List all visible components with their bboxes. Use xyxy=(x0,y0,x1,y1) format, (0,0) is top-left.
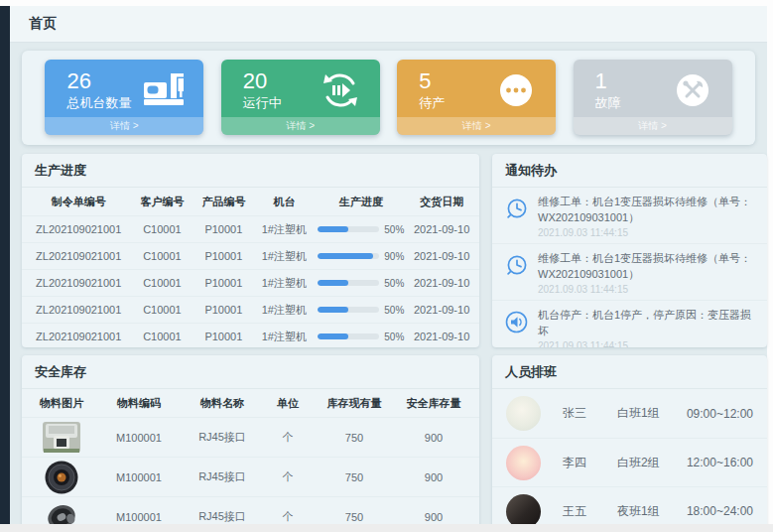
tab-bar: 首页 xyxy=(10,6,767,43)
safety-stock-panel: 安全库存 物料图片 物料编码 物料名称 单位 库存现有量 安全库存量 xyxy=(22,355,479,532)
rj45-connector-image xyxy=(26,421,97,454)
production-row[interactable]: ZL202109021001 C10001 P10001 1#注塑机 50% 2… xyxy=(22,269,479,296)
standby-icon xyxy=(494,70,538,110)
running-icon xyxy=(319,70,362,110)
fault-value: 1 xyxy=(595,68,621,93)
standby-label: 待产 xyxy=(419,94,445,112)
collapsed-sidebar xyxy=(0,6,10,524)
window-bottom-edge xyxy=(0,524,773,532)
round-speaker-image xyxy=(26,460,97,495)
notice-time: 2021.09.03 11:44:15 xyxy=(538,227,755,238)
notice-text: 机台停产：机台1停产，停产原因：变压器损坏 xyxy=(538,308,755,339)
running-detail-link[interactable]: 详情 > xyxy=(221,117,380,135)
speaker-icon xyxy=(504,310,529,334)
progress-bar: 50% xyxy=(314,224,408,235)
person-name: 李四 xyxy=(563,455,617,471)
progress-bar: 50% xyxy=(314,305,408,316)
notice-item[interactable]: 机台停产：机台1停产，停产原因：变压器损坏 2021.09.03 11:44:1… xyxy=(492,300,767,347)
production-row[interactable]: ZL202109021001 C10001 P10001 1#注塑机 50% 2… xyxy=(22,215,479,242)
app-area: 首页 26 总机台数量 xyxy=(10,6,767,524)
card-standby[interactable]: 5 待产 详情 > xyxy=(397,60,556,135)
total-machines-value: 26 xyxy=(66,68,131,93)
production-progress-title: 生产进度 xyxy=(22,154,479,188)
person-shift: 白班1组 xyxy=(617,405,687,422)
card-running[interactable]: 20 运行中 xyxy=(221,60,380,135)
production-table: 制令单编号 客户编号 产品编号 机台 生产进度 交货日期 ZL202109021… xyxy=(22,188,479,347)
machine-icon xyxy=(142,70,186,110)
avatar xyxy=(506,396,541,431)
production-row[interactable]: ZL202109021001 C10001 P10001 1#注塑机 50% 2… xyxy=(22,296,479,323)
notice-text: 维修工单：机台1变压器损坏待维修（单号：WX202109031001） xyxy=(538,195,755,226)
person-shift: 白班2组 xyxy=(617,455,687,471)
person-time: 18:00~24:00 xyxy=(687,504,753,518)
main-content: 26 总机台数量 xyxy=(10,43,767,532)
safety-stock-title: 安全库存 xyxy=(22,355,479,389)
progress-bar: 50% xyxy=(314,278,408,289)
safety-stock-table-header: 物料图片 物料编码 物料名称 单位 库存现有量 安全库存量 xyxy=(22,389,479,417)
person-shift: 夜班1组 xyxy=(617,503,687,520)
total-machines-detail-link[interactable]: 详情 > xyxy=(45,117,203,135)
schedule-row[interactable]: 李四 白班2组 12:00~16:00 xyxy=(492,438,767,486)
fault-detail-link[interactable]: 详情 > xyxy=(574,117,732,135)
card-total-machines[interactable]: 26 总机台数量 xyxy=(45,60,203,135)
avatar xyxy=(506,446,541,480)
production-row[interactable]: ZL202109021001 C10001 P10001 1#注塑机 50% 2… xyxy=(22,323,479,347)
notice-text: 维修工单：机台1变压器损坏待维修（单号：WX202109031001） xyxy=(538,251,755,283)
production-table-header: 制令单编号 客户编号 产品编号 机台 生产进度 交货日期 xyxy=(22,188,479,215)
inventory-row[interactable]: M100001 RJ45接口 个 750 900 xyxy=(22,457,479,496)
notice-time: 2021.09.03 11:44:15 xyxy=(538,340,755,347)
standby-detail-link[interactable]: 详情 > xyxy=(397,117,556,135)
notices-panel: 通知待办 维修工单：机台1变压器损坏待维修（单号：WX202109031001） xyxy=(492,154,767,347)
total-machines-label: 总机台数量 xyxy=(66,94,131,112)
schedule-row[interactable]: 张三 白班1组 09:00~12:00 xyxy=(492,389,767,438)
person-name: 张三 xyxy=(563,405,617,422)
stat-cards-panel: 26 总机台数量 xyxy=(22,51,755,145)
notice-item[interactable]: 维修工单：机台1变压器损坏待维修（单号：WX202109031001） 2021… xyxy=(492,188,767,243)
notice-item[interactable]: 维修工单：机台1变压器损坏待维修（单号：WX202109031001） 2021… xyxy=(492,243,767,300)
fault-label: 故障 xyxy=(595,94,621,112)
notice-time: 2021.09.03 11:44:15 xyxy=(538,284,755,295)
production-row[interactable]: ZL202109021001 C10001 P10001 1#注塑机 90% 2… xyxy=(22,242,479,269)
standby-value: 5 xyxy=(419,68,445,93)
progress-bar: 90% xyxy=(314,251,408,262)
clock-icon xyxy=(504,253,529,278)
personnel-schedule-panel: 人员排班 张三 白班1组 09:00~12:00 李四 白班2组 12:00~1… xyxy=(492,355,767,532)
card-fault[interactable]: 1 故障 xyxy=(574,60,732,135)
tab-home[interactable]: 首页 xyxy=(23,15,63,33)
safety-stock-table: 物料图片 物料编码 物料名称 单位 库存现有量 安全库存量 xyxy=(22,389,479,532)
running-value: 20 xyxy=(243,68,282,93)
notices-title: 通知待办 xyxy=(492,154,767,188)
person-time: 09:00~12:00 xyxy=(687,407,753,421)
person-time: 12:00~16:00 xyxy=(687,456,753,469)
dashboard-screen: 首页 26 总机台数量 xyxy=(0,0,773,532)
person-name: 王五 xyxy=(563,503,617,520)
progress-bar: 50% xyxy=(314,332,408,342)
personnel-schedule-title: 人员排班 xyxy=(492,355,767,389)
running-label: 运行中 xyxy=(243,94,282,112)
fault-icon xyxy=(671,70,714,110)
production-progress-panel: 生产进度 制令单编号 客户编号 产品编号 机台 生产进度 交货日期 ZL2021… xyxy=(22,154,479,347)
clock-icon xyxy=(504,197,529,221)
inventory-row[interactable]: M100001 RJ45接口 个 750 900 xyxy=(22,417,479,457)
